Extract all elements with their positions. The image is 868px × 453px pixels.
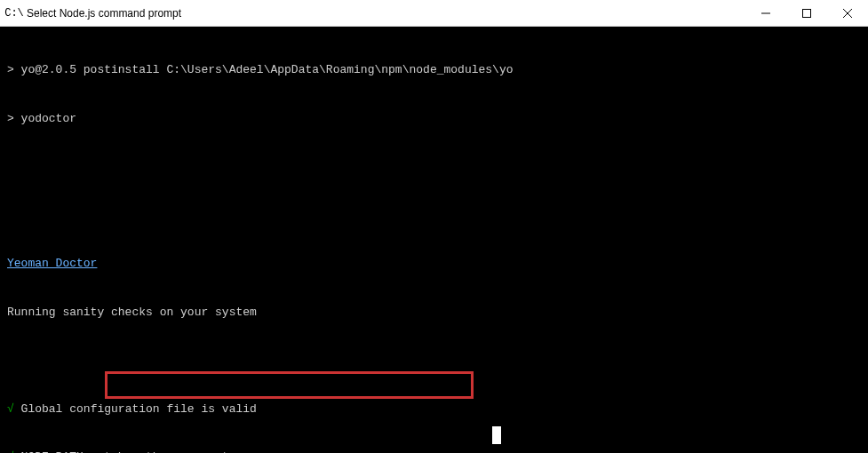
output-line: > yodoctor <box>7 111 861 127</box>
output-line <box>7 160 861 176</box>
svg-rect-0 <box>803 9 811 17</box>
maximize-button[interactable] <box>786 0 827 26</box>
output-line: Yeoman Doctor <box>7 256 861 272</box>
highlight-box <box>105 371 474 399</box>
output-line <box>7 353 861 369</box>
yeoman-doctor-link[interactable]: Yeoman Doctor <box>7 257 97 270</box>
output-line <box>7 208 861 224</box>
check-line: √ Global configuration file is valid <box>7 401 861 417</box>
minimize-button[interactable] <box>745 0 786 26</box>
cmd-icon: C:\ <box>7 6 21 20</box>
titlebar: C:\ Select Node.js command prompt <box>0 0 868 27</box>
check-line: √ NODE_PATH matches the npm root <box>7 449 861 453</box>
check-icon: √ <box>7 402 14 416</box>
close-button[interactable] <box>827 0 868 26</box>
output-line: Running sanity checks on your system <box>7 305 861 321</box>
window-controls <box>745 0 868 26</box>
window-title: Select Node.js command prompt <box>27 7 745 20</box>
output-line: > yo@2.0.5 postinstall C:\Users\Adeel\Ap… <box>7 62 861 78</box>
terminal-output[interactable]: > yo@2.0.5 postinstall C:\Users\Adeel\Ap… <box>0 27 868 453</box>
mouse-cursor-icon <box>492 426 501 444</box>
